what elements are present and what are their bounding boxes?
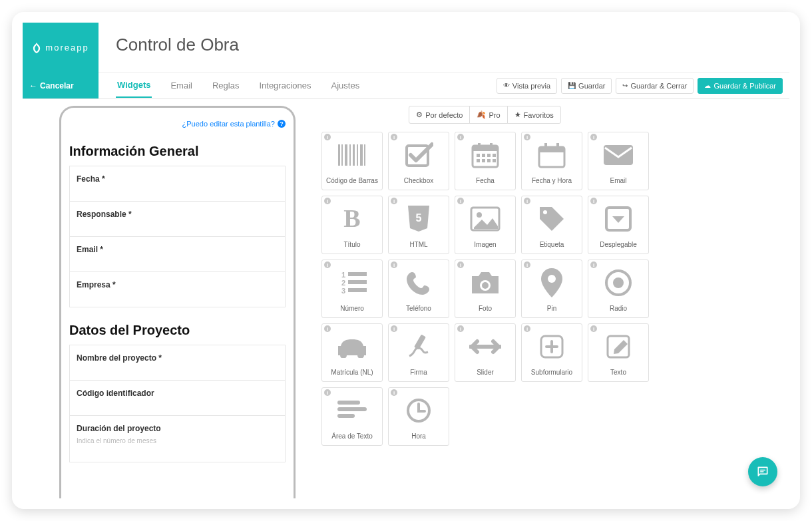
tab-ajustes[interactable]: Ajustes xyxy=(330,74,361,97)
image-icon xyxy=(455,196,515,241)
save-icon: 💾 xyxy=(568,82,576,89)
widget-slider[interactable]: iSlider xyxy=(455,323,516,382)
svg-rect-36 xyxy=(348,280,367,284)
svg-rect-15 xyxy=(487,154,491,157)
info-icon[interactable]: i xyxy=(590,261,597,268)
tab-email[interactable]: Email xyxy=(169,74,194,97)
info-icon[interactable]: i xyxy=(324,389,331,396)
tab-reglas[interactable]: Reglas xyxy=(211,74,240,97)
info-icon[interactable]: i xyxy=(391,261,397,268)
html-icon: 5 xyxy=(389,196,449,241)
field-codigo[interactable]: Código identificador xyxy=(69,380,286,416)
checkbox-icon xyxy=(389,132,449,177)
widget-tab-default[interactable]: ⚙ Por defecto xyxy=(409,106,470,124)
info-icon[interactable]: i xyxy=(524,198,530,204)
info-icon[interactable]: i xyxy=(391,325,397,332)
widget-photo[interactable]: iFoto xyxy=(455,260,516,318)
leaf-small-icon: 🍂 xyxy=(477,110,486,119)
info-icon[interactable]: i xyxy=(324,261,331,268)
widget-number[interactable]: i123Número xyxy=(321,260,383,318)
preview-button[interactable]: 👁 Vista previa xyxy=(497,78,557,94)
field-responsable[interactable]: Responsable * xyxy=(69,201,286,237)
field-nombre-proyecto[interactable]: Nombre del proyecto * xyxy=(69,345,286,381)
widget-barcode[interactable]: iCódigo de Barras xyxy=(321,132,383,190)
widget-plate[interactable]: iMatrícula (NL) xyxy=(321,323,383,382)
svg-rect-24 xyxy=(556,143,559,150)
info-icon[interactable]: i xyxy=(457,325,464,332)
svg-rect-18 xyxy=(482,159,485,162)
cancel-button[interactable]: ← Cancelar xyxy=(23,73,99,98)
info-icon[interactable]: i xyxy=(457,261,464,268)
widget-email[interactable]: iEmail xyxy=(588,132,649,190)
field-fecha[interactable]: Fecha * xyxy=(69,166,286,202)
info-icon[interactable]: i xyxy=(324,134,331,140)
widget-tab-favorites[interactable]: ★ Favoritos xyxy=(507,106,561,124)
slider-icon xyxy=(455,324,515,369)
widget-pin[interactable]: iPin xyxy=(521,260,582,318)
field-email[interactable]: Email * xyxy=(69,236,286,272)
svg-rect-4 xyxy=(353,144,355,166)
info-icon[interactable]: i xyxy=(524,261,530,268)
widget-grid: iCódigo de BarrasiCheckboxiFechaiFecha y… xyxy=(321,132,649,446)
save-publish-button[interactable]: ☁ Guardar & Publicar xyxy=(698,78,783,94)
widget-text[interactable]: iTexto xyxy=(588,323,649,382)
field-empresa[interactable]: Empresa * xyxy=(69,271,286,307)
page-title: Control de Obra xyxy=(116,35,239,55)
widget-palette: ⚙ Por defecto 🍂 Pro ★ Favoritos iCódigo … xyxy=(309,106,662,498)
edit-template-link[interactable]: ¿Puedo editar esta plantilla? ? xyxy=(69,120,286,128)
widget-title[interactable]: iBTítulo xyxy=(321,196,383,254)
svg-rect-0 xyxy=(338,144,340,166)
info-icon[interactable]: i xyxy=(457,134,464,140)
info-icon[interactable]: i xyxy=(590,198,597,204)
widget-subform[interactable]: iSubformulario xyxy=(521,323,582,382)
widget-image[interactable]: iImagen xyxy=(455,196,516,254)
svg-rect-17 xyxy=(477,159,480,162)
info-icon[interactable]: i xyxy=(391,134,397,140)
info-icon[interactable]: i xyxy=(590,325,597,332)
info-icon[interactable]: i xyxy=(391,198,397,204)
info-icon[interactable]: i xyxy=(324,198,331,204)
widget-tag[interactable]: iEtiqueta xyxy=(521,196,582,254)
info-icon[interactable]: i xyxy=(324,325,331,332)
date-icon xyxy=(455,132,515,177)
svg-text:3: 3 xyxy=(341,287,345,295)
svg-rect-20 xyxy=(493,159,496,162)
preview-column: ¿Puedo editar esta plantilla? ? Informac… xyxy=(23,106,296,498)
save-close-button[interactable]: ↪ Guardar & Cerrar xyxy=(616,78,694,94)
star-icon: ★ xyxy=(514,110,521,119)
field-duracion[interactable]: Duración del proyecto Indica el número d… xyxy=(69,415,286,462)
svg-rect-19 xyxy=(487,159,491,162)
info-icon[interactable]: i xyxy=(524,134,530,140)
widget-label: Fecha y Hora xyxy=(532,177,572,184)
widget-date[interactable]: iFecha xyxy=(455,132,516,190)
widget-datetime[interactable]: iFecha y Hora xyxy=(521,132,582,190)
widget-radio[interactable]: iRadio xyxy=(588,260,649,318)
widget-checkbox[interactable]: iCheckbox xyxy=(388,132,449,190)
info-icon[interactable]: i xyxy=(524,325,530,332)
widget-signature[interactable]: iFirma xyxy=(388,323,449,382)
widget-html[interactable]: i5HTML xyxy=(388,196,449,254)
widget-label: Teléfono xyxy=(406,305,431,312)
widget-label: Firma xyxy=(410,369,427,376)
cancel-label: Cancelar xyxy=(40,81,74,90)
save-button[interactable]: 💾 Guardar xyxy=(561,78,612,94)
svg-point-42 xyxy=(613,277,624,288)
info-icon[interactable]: i xyxy=(391,389,397,396)
info-icon[interactable]: i xyxy=(590,134,597,140)
barcode-icon xyxy=(322,132,382,177)
widget-tab-pro[interactable]: 🍂 Pro xyxy=(469,106,507,124)
svg-rect-5 xyxy=(357,144,358,166)
widget-label: Pin xyxy=(547,305,556,312)
tab-widgets[interactable]: Widgets xyxy=(116,73,152,98)
widget-phone[interactable]: iTeléfono xyxy=(388,260,449,318)
phone-preview: ¿Puedo editar esta plantilla? ? Informac… xyxy=(59,106,296,498)
chat-fab[interactable] xyxy=(748,457,777,486)
info-icon[interactable]: i xyxy=(457,198,464,204)
widget-dropdown[interactable]: iDesplegable xyxy=(588,196,649,254)
widget-time[interactable]: iHora xyxy=(388,387,449,446)
tab-integraciones[interactable]: Integraciones xyxy=(258,74,312,97)
widget-textarea[interactable]: iÁrea de Texto xyxy=(321,387,383,446)
preview-label: Vista previa xyxy=(512,82,550,90)
arrow-left-icon: ← xyxy=(29,81,37,90)
svg-rect-23 xyxy=(544,143,547,150)
